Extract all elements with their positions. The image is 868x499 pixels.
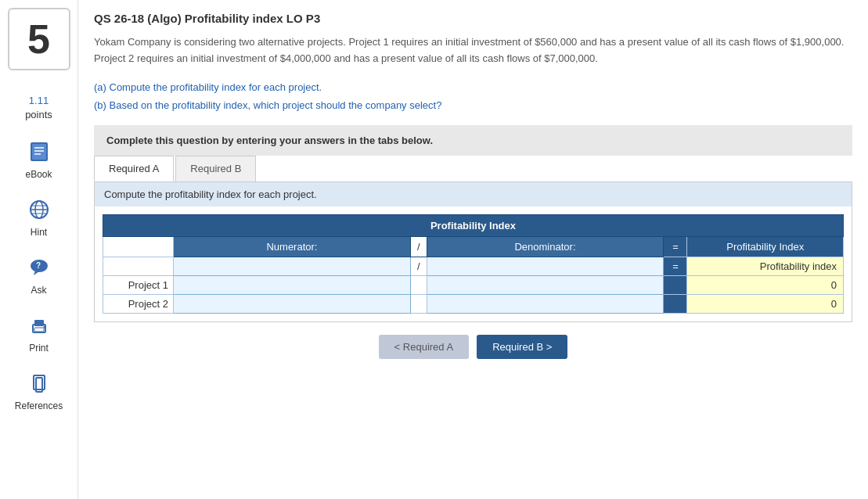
question-body: Yokam Company is considering two alterna…: [94, 34, 852, 67]
project2-numerator-field[interactable]: [176, 298, 408, 310]
tab-required-b[interactable]: Required B: [175, 156, 256, 181]
empty-col: [103, 237, 174, 257]
svg-point-16: [43, 326, 45, 328]
col-result: Profitability Index: [687, 237, 844, 257]
header-result-label: Profitability index: [687, 257, 844, 276]
col-numerator: Numerator:: [174, 237, 411, 257]
sidebar-label-ebook: eBook: [25, 169, 52, 180]
svg-rect-1: [32, 144, 46, 160]
points-label: points: [25, 108, 52, 122]
header-denominator-field[interactable]: [430, 260, 661, 272]
header-numerator-field[interactable]: [176, 260, 408, 272]
project2-numerator-input[interactable]: [174, 295, 411, 314]
col-equals: =: [664, 237, 687, 257]
sidebar-label-print: Print: [29, 343, 49, 354]
header-denominator-input[interactable]: [427, 257, 664, 276]
project2-denominator-field[interactable]: [430, 298, 661, 310]
svg-text:?: ?: [36, 261, 41, 270]
question-title: QS 26-18 (Algo) Profitability index LO P…: [94, 12, 852, 25]
project1-label: Project 1: [103, 276, 174, 295]
sidebar: 5 1.11 points eBook: [0, 0, 78, 499]
points-value: 1.11: [25, 94, 52, 108]
chat-icon: ?: [25, 253, 53, 282]
project1-numerator-input[interactable]: [174, 276, 411, 295]
print-icon: [25, 311, 53, 339]
part-b: (b) Based on the profitability index, wh…: [94, 96, 852, 114]
sidebar-item-ebook[interactable]: eBook: [25, 138, 53, 180]
project2-slash: [410, 295, 427, 314]
project2-result: 0: [687, 295, 844, 314]
part-a: (a) Compute the profitability index for …: [94, 78, 852, 96]
nav-buttons: < Required A Required B >: [94, 335, 852, 359]
prev-button[interactable]: < Required A: [379, 335, 470, 359]
table-row: Project 1 0: [103, 276, 844, 295]
sidebar-label-hint: Hint: [31, 227, 47, 238]
project1-equals: [664, 276, 687, 295]
col-denominator: Denominator:: [427, 237, 664, 257]
sidebar-item-hint[interactable]: Hint: [25, 196, 53, 238]
project1-result: 0: [687, 276, 844, 295]
question-parts: (a) Compute the profitability index for …: [94, 78, 852, 115]
project1-denominator-input[interactable]: [427, 276, 664, 295]
question-number: 5: [8, 8, 70, 70]
svg-rect-14: [34, 320, 44, 326]
col-slash: /: [410, 237, 427, 257]
header-numerator-input[interactable]: [174, 257, 411, 276]
svg-rect-15: [34, 328, 44, 332]
project2-label: Project 2: [103, 295, 174, 314]
table-row: Project 2 0: [103, 295, 844, 314]
pi-table: Profitability Index Numerator: / Denomin…: [103, 214, 844, 314]
complete-box-text: Complete this question by entering your …: [106, 135, 433, 146]
pi-table-container: Profitability Index Numerator: / Denomin…: [95, 206, 852, 321]
equals-symbol: =: [664, 257, 687, 276]
sidebar-item-ask[interactable]: ? Ask: [25, 253, 53, 296]
sidebar-label-ask: Ask: [31, 285, 46, 296]
table-main-header: Profitability Index: [103, 215, 844, 237]
project2-equals: [664, 295, 687, 314]
points-section: 1.11 points: [25, 94, 52, 122]
next-button[interactable]: Required B >: [477, 335, 567, 359]
copy-icon: [25, 369, 53, 397]
svg-marker-11: [34, 271, 39, 275]
sidebar-item-print[interactable]: Print: [25, 311, 53, 354]
sidebar-label-references: References: [15, 400, 63, 411]
project1-numerator-field[interactable]: [176, 279, 408, 291]
globe-icon: [25, 196, 53, 224]
main-content: QS 26-18 (Algo) Profitability index LO P…: [78, 0, 868, 499]
book-icon: [25, 138, 53, 166]
tab-content: Compute the profitability index for each…: [94, 182, 852, 322]
tab-required-a[interactable]: Required A: [94, 156, 174, 181]
slash-divider: /: [410, 257, 427, 276]
compute-header: Compute the profitability index for each…: [95, 182, 852, 206]
project1-slash: [410, 276, 427, 295]
project1-denominator-field[interactable]: [430, 279, 661, 291]
empty-label-row: [103, 257, 174, 276]
tabs-container: Required A Required B: [94, 156, 852, 182]
sidebar-item-references[interactable]: References: [15, 369, 63, 411]
complete-box: Complete this question by entering your …: [94, 125, 852, 156]
project2-denominator-input[interactable]: [427, 295, 664, 314]
